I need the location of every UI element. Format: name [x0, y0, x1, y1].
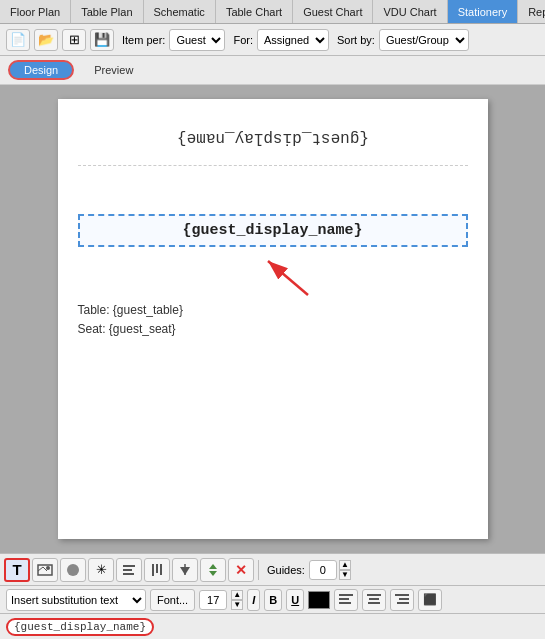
- nav-tabs: Floor Plan Table Plan Schematic Table Ch…: [0, 0, 545, 24]
- svg-rect-9: [123, 573, 134, 575]
- guides-label: Guides:: [267, 564, 305, 576]
- align-h-btn[interactable]: [116, 558, 142, 582]
- pointer-arrow: [248, 253, 328, 297]
- svg-rect-12: [160, 564, 162, 575]
- svg-point-5: [46, 566, 50, 570]
- info-text-area: Table: {guest_table} Seat: {guest_seat}: [78, 301, 468, 339]
- svg-rect-8: [123, 569, 132, 571]
- align-left-btn[interactable]: [334, 589, 358, 611]
- svg-point-6: [67, 564, 79, 576]
- align-right-btn[interactable]: [390, 589, 414, 611]
- item-per-select[interactable]: Guest: [169, 29, 225, 51]
- table-info: Table: {guest_table}: [78, 301, 468, 320]
- font-size-stepper[interactable]: ▲ ▼: [231, 590, 243, 610]
- delete-btn[interactable]: ✕: [228, 558, 254, 582]
- svg-rect-23: [395, 594, 409, 596]
- font-button[interactable]: Font...: [150, 589, 195, 611]
- svg-rect-11: [156, 564, 158, 573]
- svg-rect-10: [152, 564, 154, 576]
- selected-text-box[interactable]: {guest_display_name}: [78, 214, 468, 247]
- svg-rect-24: [399, 598, 409, 600]
- for-label: For:: [233, 34, 253, 46]
- text-tool-btn[interactable]: T: [4, 558, 30, 582]
- sort-by-select[interactable]: Guest/Group: [379, 29, 469, 51]
- tab-schematic[interactable]: Schematic: [144, 0, 216, 23]
- guides-stepper[interactable]: ▲ ▼: [339, 560, 351, 580]
- paper-divider: [78, 165, 468, 166]
- save-icon[interactable]: 💾: [90, 29, 114, 51]
- tab-stationery[interactable]: Stationery: [448, 0, 519, 23]
- substitution-text-display: {guest_display_name}: [6, 618, 154, 636]
- tab-table-plan[interactable]: Table Plan: [71, 0, 143, 23]
- svg-rect-19: [339, 602, 351, 604]
- grid-icon[interactable]: ⊞: [62, 29, 86, 51]
- tab-table-chart[interactable]: Table Chart: [216, 0, 293, 23]
- font-size-input[interactable]: [199, 590, 227, 610]
- down-arr-btn[interactable]: [172, 558, 198, 582]
- svg-rect-25: [397, 602, 409, 604]
- sort-btn[interactable]: [200, 558, 226, 582]
- canvas-area: {guest_display_name} {guest_display_name…: [0, 85, 545, 553]
- svg-rect-20: [367, 594, 381, 596]
- svg-rect-2: [38, 565, 52, 575]
- align-v-btn[interactable]: [144, 558, 170, 582]
- tab-preview[interactable]: Preview: [78, 60, 149, 80]
- tab-report[interactable]: Report: [518, 0, 545, 23]
- bold-button[interactable]: B: [264, 589, 282, 611]
- align-justify-btn[interactable]: ⬛: [418, 589, 442, 611]
- color-swatch[interactable]: [308, 591, 330, 609]
- selected-name-text: {guest_display_name}: [182, 222, 362, 239]
- svg-rect-22: [368, 602, 380, 604]
- underline-button[interactable]: U: [286, 589, 304, 611]
- align-center-btn[interactable]: [362, 589, 386, 611]
- for-select[interactable]: Assigned: [257, 29, 329, 51]
- bottom-text-row: {guest_display_name}: [0, 613, 545, 639]
- insert-text-select[interactable]: Insert substitution text: [6, 589, 146, 611]
- drawing-toolbar: T ✳: [0, 553, 545, 585]
- seat-info: Seat: {guest_seat}: [78, 320, 468, 339]
- tab-guest-chart[interactable]: Guest Chart: [293, 0, 373, 23]
- guides-input[interactable]: [309, 560, 337, 580]
- svg-rect-7: [123, 565, 135, 567]
- svg-marker-16: [209, 571, 217, 576]
- tab-design[interactable]: Design: [8, 60, 74, 80]
- new-icon[interactable]: 📄: [6, 29, 30, 51]
- sort-by-label: Sort by:: [337, 34, 375, 46]
- tab-floor-plan[interactable]: Floor Plan: [0, 0, 71, 23]
- arrow-area: [78, 253, 468, 297]
- star-tool-btn[interactable]: ✳: [88, 558, 114, 582]
- item-per-label: Item per:: [122, 34, 165, 46]
- stationery-paper: {guest_display_name} {guest_display_name…: [58, 99, 488, 539]
- view-tabs-bar: Design Preview: [0, 56, 545, 85]
- svg-rect-17: [339, 594, 353, 596]
- font-toolbar: Insert substitution text Font... ▲ ▼ I B…: [0, 585, 545, 613]
- svg-rect-21: [369, 598, 379, 600]
- svg-rect-18: [339, 598, 349, 600]
- flipped-name-text: {guest_display_name}: [78, 129, 468, 147]
- svg-line-1: [268, 261, 308, 295]
- svg-marker-15: [209, 564, 217, 569]
- image-tool-btn[interactable]: [32, 558, 58, 582]
- circle-tool-btn[interactable]: [60, 558, 86, 582]
- main-toolbar: 📄 📂 ⊞ 💾 Item per: Guest For: Assigned So…: [0, 24, 545, 56]
- tab-vdu-chart[interactable]: VDU Chart: [373, 0, 447, 23]
- open-icon[interactable]: 📂: [34, 29, 58, 51]
- separator-1: [258, 560, 259, 580]
- italic-button[interactable]: I: [247, 589, 260, 611]
